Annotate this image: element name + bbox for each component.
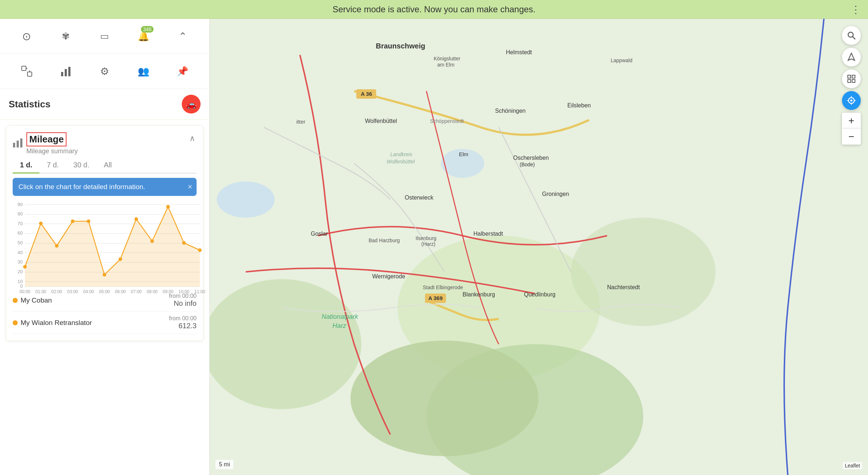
map-search-button[interactable] — [842, 26, 861, 45]
map-screenshot-button[interactable] — [842, 69, 861, 88]
svg-text:Nachterstedt: Nachterstedt — [607, 284, 640, 290]
scale-value: 5 mi — [219, 461, 230, 467]
svg-text:Landkreis: Landkreis — [390, 151, 412, 157]
map-location-button[interactable] — [842, 91, 861, 110]
svg-text:30: 30 — [18, 259, 23, 265]
svg-point-31 — [23, 265, 27, 269]
sidebar-icon-notification[interactable]: 🔔 346 — [133, 25, 154, 47]
svg-text:Bad Harzburg: Bad Harzburg — [369, 238, 400, 243]
legend-wialon-value: 612.3 — [179, 322, 197, 330]
svg-text:Braunschweig: Braunschweig — [376, 42, 425, 50]
svg-line-97 — [853, 37, 855, 39]
mileage-subtitle: Mileage summary — [26, 147, 78, 155]
chart-info-banner: Click on the chart for detailed informat… — [13, 178, 197, 196]
sidebar-icon-pin[interactable]: 📌 — [172, 60, 193, 82]
svg-text:Quedlinburg: Quedlinburg — [524, 291, 555, 298]
close-banner-button[interactable]: × — [188, 182, 192, 192]
map-navigate-button[interactable] — [842, 48, 861, 67]
statistics-header: Statistics 🚗 — [0, 89, 209, 120]
svg-point-39 — [150, 239, 154, 243]
svg-text:Königslutter: Königslutter — [434, 56, 460, 61]
svg-text:Lappwald: Lappwald — [611, 57, 632, 63]
legend-wialon-dot — [13, 320, 18, 325]
svg-point-32 — [39, 222, 43, 225]
svg-rect-8 — [17, 141, 19, 147]
tab-30d[interactable]: 30 d. — [66, 157, 96, 173]
svg-text:70: 70 — [18, 221, 23, 226]
mileage-title: Mileage — [26, 132, 66, 146]
svg-text:04:00: 04:00 — [83, 289, 94, 294]
collapse-button[interactable]: ∧ — [188, 132, 197, 145]
sidebar-icon-transform[interactable] — [16, 60, 38, 82]
tab-all[interactable]: All — [96, 157, 119, 173]
banner-message: Service mode is active. Now you can make… — [332, 4, 536, 14]
svg-text:Wolfenbüttel: Wolfenbüttel — [365, 118, 397, 124]
mileage-header: Mileage Mileage summary ∧ — [13, 132, 197, 155]
sidebar-icon-location[interactable]: ⊙ — [16, 25, 38, 47]
svg-point-42 — [198, 248, 202, 252]
legend-wialon-label: My Wialon Retranslator — [13, 319, 92, 327]
svg-text:Nationalpark: Nationalpark — [322, 313, 358, 320]
svg-text:90: 90 — [18, 202, 23, 207]
chart-svg: 90 80 70 60 50 40 30 20 10 0 — [13, 201, 201, 288]
map-area[interactable]: Braunschweig Königslutter am Elm Helmste… — [210, 19, 868, 475]
statistics-title: Statistics — [9, 99, 51, 110]
svg-rect-4 — [61, 72, 63, 76]
svg-text:06:00: 06:00 — [115, 289, 126, 294]
svg-text:10:00: 10:00 — [179, 289, 189, 294]
svg-text:60: 60 — [18, 230, 23, 236]
search-icon — [847, 31, 856, 40]
service-mode-banner: Service mode is active. Now you can make… — [0, 0, 868, 19]
svg-rect-6 — [68, 67, 70, 76]
svg-point-60 — [351, 341, 538, 456]
zoom-out-button[interactable]: − — [842, 129, 861, 145]
sidebar-icon-settings[interactable]: ⚙ — [94, 60, 115, 82]
tab-1d[interactable]: 1 d. — [13, 157, 39, 173]
legend-coban-label: My Coban — [13, 296, 52, 304]
sidebar-icon-users[interactable]: 👥 — [133, 60, 154, 82]
svg-text:A 36: A 36 — [361, 91, 372, 97]
legend-coban-name: My Coban — [21, 296, 52, 304]
svg-rect-5 — [65, 69, 67, 76]
svg-text:Blankenburg: Blankenburg — [463, 291, 495, 298]
svg-point-33 — [55, 244, 59, 248]
chart-bar-icon — [60, 65, 72, 77]
statistics-vehicle-icon[interactable]: 🚗 — [182, 95, 201, 114]
leaflet-attribution: Leaflet — [843, 462, 862, 469]
attribution-text: Leaflet — [845, 463, 860, 468]
legend-wialon-time: from 00:00 — [169, 315, 197, 322]
zoom-in-button[interactable]: + — [842, 113, 861, 129]
svg-text:itter: itter — [296, 119, 305, 125]
svg-text:Ilsenburg: Ilsenburg — [416, 235, 437, 241]
svg-text:Harz: Harz — [332, 322, 347, 329]
mileage-chart[interactable]: 90 80 70 60 50 40 30 20 10 0 — [13, 201, 197, 289]
legend-coban-dot — [13, 298, 18, 303]
svg-point-58 — [571, 218, 716, 326]
svg-point-35 — [87, 219, 90, 223]
sidebar-icon-chart[interactable] — [55, 60, 77, 82]
svg-text:Groningen: Groningen — [542, 191, 569, 197]
screenshot-icon — [847, 74, 856, 84]
svg-rect-0 — [22, 66, 26, 70]
tab-7d[interactable]: 7 d. — [39, 157, 66, 173]
svg-text:05:00: 05:00 — [99, 289, 110, 294]
svg-text:Oschersleben: Oschersleben — [513, 155, 549, 161]
svg-point-61 — [217, 181, 275, 218]
location-icon — [847, 96, 856, 105]
vehicle-icon: 🚗 — [186, 99, 197, 109]
sidebar-icon-rectangle[interactable]: ▭ — [94, 25, 115, 47]
sidebar-icon-chevron-up[interactable]: ⌃ — [172, 25, 193, 47]
sidebar-icon-paw[interactable]: ✾ — [55, 25, 77, 47]
svg-text:(Harz): (Harz) — [421, 241, 435, 247]
legend-item-wialon: My Wialon Retranslator from 00:00 612.3 — [13, 312, 197, 334]
mileage-chart-icon — [13, 138, 23, 150]
transform-icon — [21, 65, 33, 77]
more-options-icon[interactable]: ⋮ — [851, 3, 861, 15]
sidebar: ⊙ ✾ ▭ 🔔 346 ⌃ — [0, 19, 210, 475]
svg-text:Elm: Elm — [459, 151, 468, 157]
chevron-up-icon: ⌃ — [179, 30, 187, 42]
svg-text:Goslar: Goslar — [311, 231, 328, 237]
svg-point-34 — [71, 219, 74, 223]
legend-coban-value: No info — [174, 299, 197, 308]
paw-icon: ✾ — [62, 31, 70, 42]
